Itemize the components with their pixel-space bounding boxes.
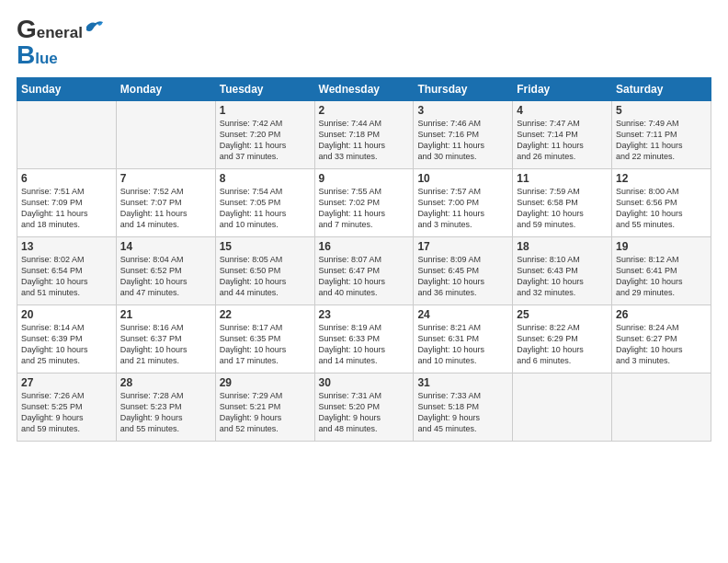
weekday-header-sunday: Sunday [17,78,117,101]
weekday-header-monday: Monday [116,78,215,101]
day-number: 24 [417,308,508,321]
logo-general-rest: eneral [37,25,83,42]
calendar-cell: 21Sunrise: 8:16 AM Sunset: 6:37 PM Dayli… [116,305,215,373]
logo-general-g: G [17,17,37,42]
calendar-cell: 17Sunrise: 8:09 AM Sunset: 6:45 PM Dayli… [414,237,513,305]
day-info: Sunrise: 8:17 AM Sunset: 6:35 PM Dayligh… [220,322,311,367]
calendar-cell [116,101,215,169]
day-number: 19 [616,240,707,253]
day-info: Sunrise: 7:55 AM Sunset: 7:02 PM Dayligh… [319,186,410,231]
page: G eneral B lue [0,0,728,451]
calendar-cell: 5Sunrise: 7:49 AM Sunset: 7:11 PM Daylig… [612,101,711,169]
day-number: 4 [517,104,608,117]
calendar-cell: 28Sunrise: 7:28 AM Sunset: 5:23 PM Dayli… [116,373,215,442]
day-number: 29 [220,376,311,389]
calendar-cell [612,373,711,442]
calendar-cell: 11Sunrise: 7:59 AM Sunset: 6:58 PM Dayli… [513,169,612,237]
calendar-cell [17,101,117,169]
day-info: Sunrise: 7:29 AM Sunset: 5:21 PM Dayligh… [220,390,311,435]
day-number: 30 [319,376,410,389]
day-info: Sunrise: 7:31 AM Sunset: 5:20 PM Dayligh… [319,390,410,435]
day-number: 26 [616,308,707,321]
calendar-cell: 22Sunrise: 8:17 AM Sunset: 6:35 PM Dayli… [215,305,314,373]
weekday-header-tuesday: Tuesday [215,78,314,101]
calendar-cell: 12Sunrise: 8:00 AM Sunset: 6:56 PM Dayli… [612,169,711,237]
day-info: Sunrise: 7:26 AM Sunset: 5:25 PM Dayligh… [21,390,112,435]
day-info: Sunrise: 7:52 AM Sunset: 7:07 PM Dayligh… [120,186,211,231]
day-number: 7 [120,172,211,185]
day-info: Sunrise: 8:05 AM Sunset: 6:50 PM Dayligh… [220,254,311,299]
day-info: Sunrise: 8:09 AM Sunset: 6:45 PM Dayligh… [417,254,508,299]
day-info: Sunrise: 7:57 AM Sunset: 7:00 PM Dayligh… [417,186,508,231]
day-info: Sunrise: 8:21 AM Sunset: 6:31 PM Dayligh… [417,322,508,367]
day-info: Sunrise: 8:24 AM Sunset: 6:27 PM Dayligh… [616,322,707,367]
day-number: 16 [319,240,410,253]
logo-blue-rest: lue [35,51,58,68]
calendar-cell: 26Sunrise: 8:24 AM Sunset: 6:27 PM Dayli… [612,305,711,373]
calendar-cell: 1Sunrise: 7:42 AM Sunset: 7:20 PM Daylig… [215,101,314,169]
day-info: Sunrise: 8:07 AM Sunset: 6:47 PM Dayligh… [319,254,410,299]
day-number: 3 [417,104,508,117]
day-info: Sunrise: 8:02 AM Sunset: 6:54 PM Dayligh… [21,254,112,299]
day-number: 15 [220,240,311,253]
calendar-cell: 16Sunrise: 8:07 AM Sunset: 6:47 PM Dayli… [314,237,414,305]
calendar-cell: 19Sunrise: 8:12 AM Sunset: 6:41 PM Dayli… [612,237,711,305]
day-info: Sunrise: 8:22 AM Sunset: 6:29 PM Dayligh… [517,322,608,367]
calendar-table: SundayMondayTuesdayWednesdayThursdayFrid… [17,77,711,442]
day-info: Sunrise: 7:33 AM Sunset: 5:18 PM Dayligh… [417,390,508,435]
calendar-cell: 18Sunrise: 8:10 AM Sunset: 6:43 PM Dayli… [513,237,612,305]
day-number: 12 [616,172,707,185]
calendar-cell: 7Sunrise: 7:52 AM Sunset: 7:07 PM Daylig… [116,169,215,237]
calendar-week-4: 20Sunrise: 8:14 AM Sunset: 6:39 PM Dayli… [17,305,711,373]
weekday-header-row: SundayMondayTuesdayWednesdayThursdayFrid… [17,78,711,101]
calendar-cell: 31Sunrise: 7:33 AM Sunset: 5:18 PM Dayli… [414,373,513,442]
day-number: 2 [319,104,410,117]
day-info: Sunrise: 7:28 AM Sunset: 5:23 PM Dayligh… [120,390,211,435]
day-number: 11 [517,172,608,185]
logo-bird-icon [85,19,105,36]
day-number: 13 [21,240,112,253]
day-info: Sunrise: 7:46 AM Sunset: 7:16 PM Dayligh… [417,118,508,163]
calendar-cell: 13Sunrise: 8:02 AM Sunset: 6:54 PM Dayli… [17,237,117,305]
calendar-cell: 3Sunrise: 7:46 AM Sunset: 7:16 PM Daylig… [414,101,513,169]
day-info: Sunrise: 7:59 AM Sunset: 6:58 PM Dayligh… [517,186,608,231]
day-info: Sunrise: 8:00 AM Sunset: 6:56 PM Dayligh… [616,186,707,231]
day-number: 27 [21,376,112,389]
day-number: 18 [517,240,608,253]
day-number: 14 [120,240,211,253]
day-info: Sunrise: 8:14 AM Sunset: 6:39 PM Dayligh… [21,322,112,367]
day-number: 21 [120,308,211,321]
day-info: Sunrise: 7:42 AM Sunset: 7:20 PM Dayligh… [220,118,311,163]
calendar-cell: 14Sunrise: 8:04 AM Sunset: 6:52 PM Dayli… [116,237,215,305]
day-number: 28 [120,376,211,389]
day-number: 22 [220,308,311,321]
calendar-cell: 25Sunrise: 8:22 AM Sunset: 6:29 PM Dayli… [513,305,612,373]
weekday-header-thursday: Thursday [414,78,513,101]
day-number: 6 [21,172,112,185]
day-number: 8 [220,172,311,185]
day-number: 5 [616,104,707,117]
logo-blue-b: B [17,42,35,68]
calendar-cell: 2Sunrise: 7:44 AM Sunset: 7:18 PM Daylig… [314,101,414,169]
weekday-header-friday: Friday [513,78,612,101]
day-info: Sunrise: 8:04 AM Sunset: 6:52 PM Dayligh… [120,254,211,299]
calendar-cell: 15Sunrise: 8:05 AM Sunset: 6:50 PM Dayli… [215,237,314,305]
calendar-week-3: 13Sunrise: 8:02 AM Sunset: 6:54 PM Dayli… [17,237,711,305]
calendar-cell: 6Sunrise: 7:51 AM Sunset: 7:09 PM Daylig… [17,169,117,237]
day-number: 23 [319,308,410,321]
day-info: Sunrise: 7:54 AM Sunset: 7:05 PM Dayligh… [220,186,311,231]
day-number: 9 [319,172,410,185]
day-info: Sunrise: 8:12 AM Sunset: 6:41 PM Dayligh… [616,254,707,299]
day-number: 17 [417,240,508,253]
calendar-cell: 10Sunrise: 7:57 AM Sunset: 7:00 PM Dayli… [414,169,513,237]
calendar-cell: 29Sunrise: 7:29 AM Sunset: 5:21 PM Dayli… [215,373,314,442]
calendar-cell [513,373,612,442]
weekday-header-wednesday: Wednesday [314,78,414,101]
day-number: 1 [220,104,311,117]
calendar-cell: 20Sunrise: 8:14 AM Sunset: 6:39 PM Dayli… [17,305,117,373]
day-number: 10 [417,172,508,185]
day-info: Sunrise: 8:16 AM Sunset: 6:37 PM Dayligh… [120,322,211,367]
day-info: Sunrise: 8:10 AM Sunset: 6:43 PM Dayligh… [517,254,608,299]
day-info: Sunrise: 7:51 AM Sunset: 7:09 PM Dayligh… [21,186,112,231]
day-info: Sunrise: 7:49 AM Sunset: 7:11 PM Dayligh… [616,118,707,163]
